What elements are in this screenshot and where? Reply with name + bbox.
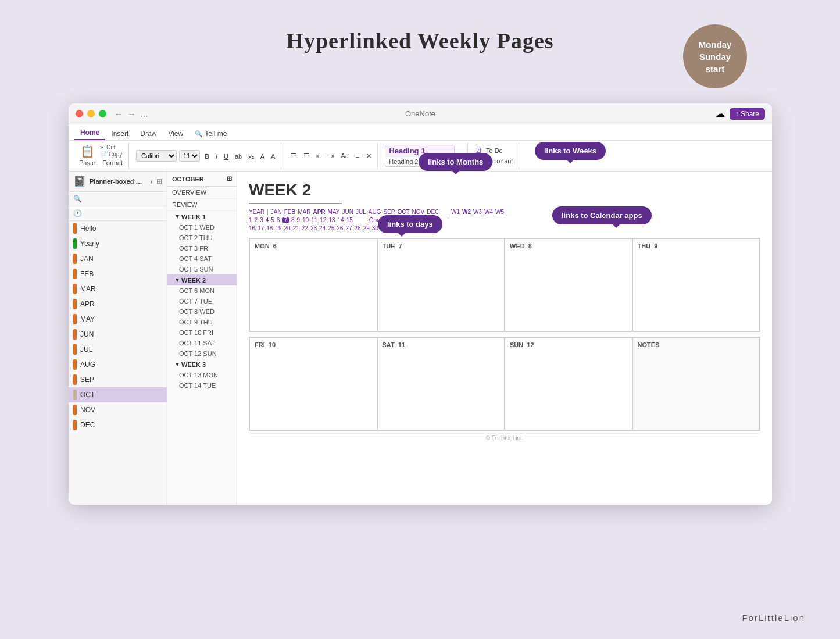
- indent-decrease[interactable]: ⇤: [314, 151, 324, 161]
- day-6[interactable]: 6: [277, 217, 280, 223]
- day-24[interactable]: 24: [319, 225, 326, 231]
- oct-link[interactable]: OCT: [397, 209, 409, 215]
- sidebar-item-may[interactable]: MAY: [69, 312, 167, 327]
- day-1[interactable]: 1: [249, 217, 252, 223]
- day-22[interactable]: 22: [302, 225, 308, 231]
- aug-link[interactable]: AUG: [369, 209, 381, 215]
- w3-link[interactable]: W3: [473, 209, 482, 215]
- sidebar-item-apr[interactable]: APR: [69, 297, 167, 312]
- nov-link[interactable]: NOV: [412, 209, 425, 215]
- page-oct9[interactable]: OCT 9 THU: [167, 317, 237, 327]
- page-oct7[interactable]: OCT 7 TUE: [167, 296, 237, 306]
- maximize-button[interactable]: [99, 110, 106, 117]
- day-7[interactable]: 7: [282, 217, 289, 223]
- day-16[interactable]: 16: [249, 225, 255, 231]
- page-oct6[interactable]: OCT 6 MON: [167, 285, 237, 296]
- day-9[interactable]: 9: [297, 217, 301, 223]
- feb-link[interactable]: FEB: [284, 209, 295, 215]
- sidebar-item-jul[interactable]: JUL: [69, 342, 167, 357]
- sidebar-item-nov[interactable]: NOV: [69, 402, 167, 417]
- page-oct2[interactable]: OCT 2 THU: [167, 233, 237, 243]
- sidebar-item-oct[interactable]: OCT: [69, 387, 167, 402]
- sidebar-item-sep[interactable]: SEP: [69, 372, 167, 387]
- paste-button[interactable]: Paste: [77, 158, 98, 167]
- sidebar-item-dec[interactable]: DEC: [69, 417, 167, 433]
- close-button[interactable]: [76, 110, 83, 117]
- day-2[interactable]: 2: [255, 217, 258, 223]
- sidebar-item-jun[interactable]: JUN: [69, 327, 167, 342]
- page-oct4[interactable]: OCT 4 SAT: [167, 254, 237, 264]
- italic-button[interactable]: I: [213, 152, 220, 161]
- page-overview[interactable]: OVERVIEW: [167, 187, 237, 199]
- sidebar-item-hello[interactable]: Hello: [69, 221, 167, 236]
- sep-link[interactable]: SEP: [383, 209, 395, 215]
- year-link[interactable]: YEAR: [249, 209, 264, 215]
- fontcolor-button[interactable]: A: [269, 152, 277, 161]
- clear-format[interactable]: Aa: [338, 151, 351, 160]
- sidebar-item-jan[interactable]: JAN: [69, 251, 167, 266]
- back-icon[interactable]: ←: [115, 109, 123, 119]
- jun-link[interactable]: JUN: [342, 209, 353, 215]
- sidebar-item-mar[interactable]: MAR: [69, 281, 167, 297]
- sidebar-item-feb[interactable]: FEB: [69, 266, 167, 281]
- apr-link[interactable]: APR: [313, 209, 325, 215]
- day-25[interactable]: 25: [328, 225, 334, 231]
- day-30[interactable]: 30: [372, 225, 378, 231]
- jul-link[interactable]: JUL: [356, 209, 366, 215]
- forward-icon[interactable]: →: [127, 109, 135, 119]
- sidebar-recent[interactable]: 🕐: [69, 206, 167, 221]
- day-11[interactable]: 11: [311, 217, 317, 223]
- day-19[interactable]: 19: [275, 225, 281, 231]
- day-28[interactable]: 28: [355, 225, 361, 231]
- w5-link[interactable]: W5: [495, 209, 504, 215]
- bold-button[interactable]: B: [202, 152, 212, 161]
- sort-icon[interactable]: ⊞: [156, 177, 162, 185]
- tab-draw[interactable]: Draw: [134, 127, 162, 140]
- w2-link[interactable]: W2: [462, 209, 471, 215]
- align-button[interactable]: ≡: [353, 151, 362, 160]
- sidebar-item-yearly[interactable]: Yearly: [69, 236, 167, 251]
- day-20[interactable]: 20: [284, 225, 291, 231]
- page-oct12[interactable]: OCT 12 SUN: [167, 348, 237, 359]
- day-5[interactable]: 5: [271, 217, 274, 223]
- day-18[interactable]: 18: [266, 225, 273, 231]
- may-link[interactable]: MAY: [328, 209, 340, 215]
- numbering-button[interactable]: ☰: [301, 151, 312, 161]
- mar-link[interactable]: MAR: [298, 209, 310, 215]
- dec-link[interactable]: DEC: [427, 209, 439, 215]
- w1-link[interactable]: W1: [451, 209, 460, 215]
- format-button[interactable]: Format: [100, 158, 125, 167]
- day-8[interactable]: 8: [291, 217, 295, 223]
- page-oct3[interactable]: OCT 3 FRI: [167, 243, 237, 254]
- day-27[interactable]: 27: [345, 225, 352, 231]
- strikethrough-button[interactable]: ab: [233, 152, 244, 161]
- day-4[interactable]: 4: [266, 217, 269, 223]
- day-23[interactable]: 23: [310, 225, 317, 231]
- page-oct8[interactable]: OCT 8 WED: [167, 306, 237, 317]
- day-14[interactable]: 14: [338, 217, 344, 223]
- w4-link[interactable]: W4: [484, 209, 493, 215]
- dropdown-icon[interactable]: ▾: [150, 179, 153, 185]
- subscript-button[interactable]: x₂: [246, 152, 256, 162]
- sidebar-search[interactable]: 🔍: [69, 192, 167, 206]
- day-21[interactable]: 21: [293, 225, 299, 231]
- bullets-button[interactable]: ☰: [288, 151, 299, 161]
- tab-view[interactable]: View: [162, 127, 189, 140]
- day-13[interactable]: 13: [328, 217, 335, 223]
- day-10[interactable]: 10: [302, 217, 309, 223]
- tab-insert[interactable]: Insert: [105, 127, 134, 140]
- day-26[interactable]: 26: [337, 225, 343, 231]
- day-3[interactable]: 3: [260, 217, 263, 223]
- tab-home[interactable]: Home: [74, 126, 105, 140]
- day-17[interactable]: 17: [258, 225, 264, 231]
- underline-button[interactable]: U: [221, 152, 231, 161]
- section-week3[interactable]: ▾ WEEK 3: [167, 359, 237, 370]
- page-oct1[interactable]: OCT 1 WED: [167, 222, 237, 233]
- jan-link[interactable]: JAN: [271, 209, 282, 215]
- delete-format[interactable]: ✕: [364, 151, 374, 161]
- page-oct13[interactable]: OCT 13 MON: [167, 370, 237, 380]
- day-12[interactable]: 12: [320, 217, 326, 223]
- section-week2[interactable]: ▾ WEEK 2: [167, 274, 237, 285]
- sort-pages-icon[interactable]: ⊞: [227, 175, 232, 183]
- tab-tell-me[interactable]: 🔍 Tell me: [189, 127, 233, 140]
